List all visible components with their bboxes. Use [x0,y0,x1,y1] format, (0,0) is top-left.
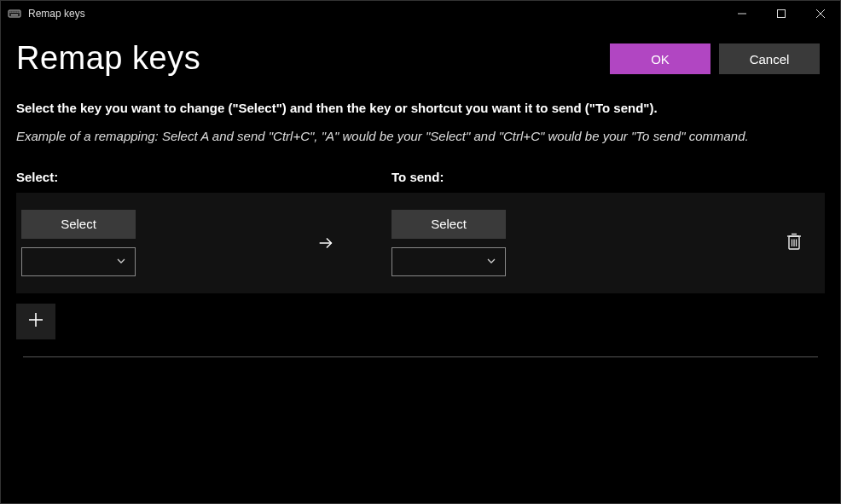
keyboard-icon [8,7,21,20]
select-column-header: Select: [16,170,392,184]
delete-row-button[interactable] [777,226,811,260]
ok-button[interactable]: OK [610,43,710,74]
tosend-column: Select [392,210,562,276]
columns-header: Select: To send: [16,170,825,193]
header-buttons: OK Cancel [610,43,820,74]
example-text: Example of a remapping: Select A and sen… [16,127,825,146]
window-title: Remap keys [28,8,85,20]
titlebar-left: Remap keys [8,7,85,20]
maximize-button[interactable] [762,1,801,26]
arrow-icon [260,234,392,252]
select-key-button[interactable]: Select [21,210,136,239]
tosend-key-dropdown[interactable] [392,247,506,276]
select-column: Select [21,210,260,276]
delete-column [777,226,811,260]
add-mapping-button[interactable] [16,304,55,339]
header: Remap keys OK Cancel [1,26,840,84]
instructions-text: Select the key you want to change ("Sele… [16,99,825,117]
chevron-down-icon [116,254,126,269]
select-key-dropdown[interactable] [21,247,136,276]
divider [23,356,818,357]
window-controls [722,1,840,26]
svg-rect-5 [17,12,18,13]
svg-rect-6 [19,12,20,13]
plus-icon [27,310,44,333]
svg-rect-0 [9,10,20,17]
tosend-column-header: To send: [392,170,444,184]
minimize-button[interactable] [722,1,762,26]
svg-rect-3 [14,12,14,13]
svg-rect-2 [12,12,13,13]
cancel-button[interactable]: Cancel [719,43,820,74]
close-button[interactable] [801,1,840,26]
content: Select the key you want to change ("Sele… [1,84,840,357]
svg-rect-4 [15,12,16,13]
mapping-row: Select Select [16,193,825,293]
trash-icon [786,232,803,253]
svg-rect-1 [10,12,11,13]
titlebar: Remap keys [1,1,840,26]
svg-rect-9 [778,10,786,18]
tosend-key-button[interactable]: Select [392,210,506,239]
svg-rect-7 [11,14,18,15]
add-row-section [16,293,825,356]
chevron-down-icon [486,254,496,269]
page-title: Remap keys [16,40,200,77]
